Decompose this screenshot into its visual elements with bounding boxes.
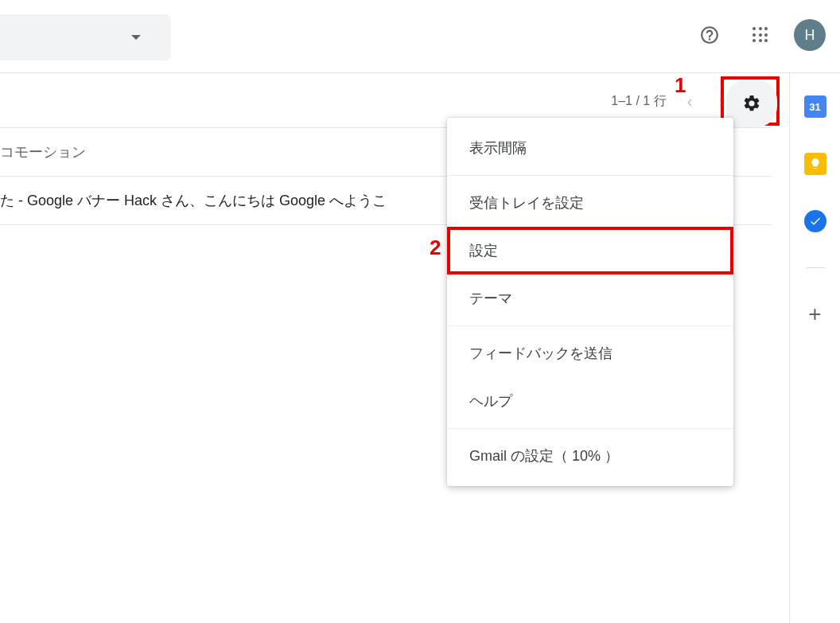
lightbulb-icon <box>809 158 822 170</box>
caret-down-icon <box>131 35 141 40</box>
calendar-icon[interactable]: 31 <box>804 95 826 118</box>
avatar-initial: H <box>805 27 815 44</box>
rail-separator <box>806 267 825 268</box>
settings-dropdown-menu: 表示間隔 受信トレイを設定 設定 テーマ フィードバックを送信 ヘルプ Gmai… <box>447 118 733 486</box>
menu-item-density[interactable]: 表示間隔 <box>447 124 733 172</box>
right-side-rail: 31 + <box>789 73 840 623</box>
calendar-day-number: 31 <box>809 101 820 113</box>
help-icon[interactable] <box>692 18 727 53</box>
search-dropdown[interactable] <box>0 14 171 60</box>
menu-separator <box>447 325 733 326</box>
menu-separator <box>447 428 733 429</box>
avatar[interactable]: H <box>794 19 826 51</box>
annotation-1: 1 <box>675 73 686 98</box>
apps-icon[interactable] <box>743 18 778 53</box>
menu-item-setup-progress[interactable]: Gmail の設定（ 10% ） <box>447 432 733 480</box>
keep-icon[interactable] <box>804 153 826 175</box>
menu-item-settings[interactable]: 設定 <box>447 227 733 275</box>
menu-item-help[interactable]: ヘルプ <box>447 377 733 425</box>
settings-button[interactable] <box>726 80 777 127</box>
pagination-range: 1–1 / 1 行 <box>611 93 666 110</box>
menu-item-inbox-settings[interactable]: 受信トレイを設定 <box>447 179 733 227</box>
check-icon <box>809 215 822 228</box>
menu-item-theme[interactable]: テーマ <box>447 275 733 322</box>
add-addon-button[interactable]: + <box>804 303 826 325</box>
menu-separator <box>447 175 733 176</box>
menu-item-feedback[interactable]: フィードバックを送信 <box>447 329 733 377</box>
tasks-icon[interactable] <box>804 210 826 232</box>
topbar: H <box>0 0 840 73</box>
topbar-right-group: H <box>692 18 826 53</box>
annotation-2: 2 <box>430 236 441 260</box>
gear-icon <box>742 94 761 113</box>
apps-grid-icon <box>752 27 768 43</box>
